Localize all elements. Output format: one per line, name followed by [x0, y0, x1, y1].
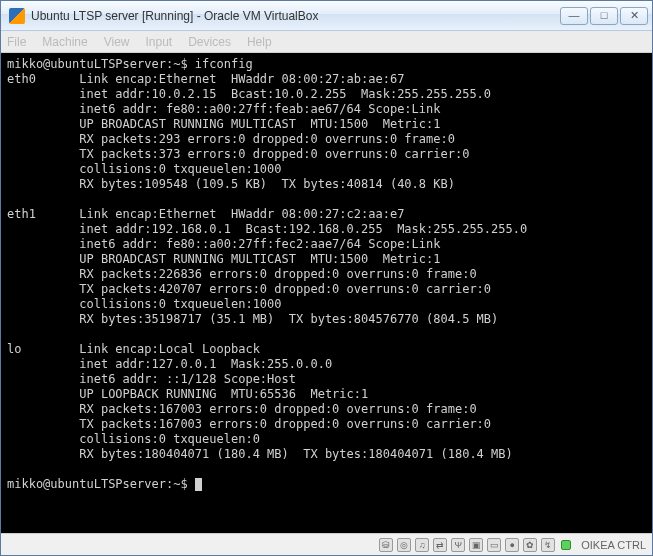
features-icon[interactable]: ✿	[523, 538, 537, 552]
maximize-button[interactable]: □	[590, 7, 618, 25]
menu-machine[interactable]: Machine	[42, 35, 87, 49]
harddisk-icon[interactable]: ⛁	[379, 538, 393, 552]
usb-icon[interactable]: Ψ	[451, 538, 465, 552]
host-key-indicator-icon	[561, 540, 571, 550]
display-icon[interactable]: ▭	[487, 538, 501, 552]
shared-folders-icon[interactable]: ▣	[469, 538, 483, 552]
menubar: File Machine View Input Devices Help	[1, 31, 652, 53]
recording-icon[interactable]: ●	[505, 538, 519, 552]
statusbar: ⛁ ◎ ♫ ⇄ Ψ ▣ ▭ ● ✿ ↯ OIKEA CTRL	[1, 533, 652, 555]
network-icon[interactable]: ⇄	[433, 538, 447, 552]
menu-help[interactable]: Help	[247, 35, 272, 49]
close-button[interactable]: ✕	[620, 7, 648, 25]
window-title: Ubuntu LTSP server [Running] - Oracle VM…	[31, 9, 560, 23]
prompt: mikko@ubuntuLTSPserver:~$	[7, 57, 195, 71]
menu-file[interactable]: File	[7, 35, 26, 49]
window-controls: — □ ✕	[560, 7, 648, 25]
optical-icon[interactable]: ◎	[397, 538, 411, 552]
virtualbox-window: Ubuntu LTSP server [Running] - Oracle VM…	[0, 0, 653, 556]
command-output: eth0 Link encap:Ethernet HWaddr 08:00:27…	[7, 72, 527, 461]
virtualbox-icon	[9, 8, 25, 24]
terminal[interactable]: mikko@ubuntuLTSPserver:~$ ifconfig eth0 …	[1, 53, 652, 533]
command-entered: ifconfig	[195, 57, 253, 71]
audio-icon[interactable]: ♫	[415, 538, 429, 552]
titlebar[interactable]: Ubuntu LTSP server [Running] - Oracle VM…	[1, 1, 652, 31]
menu-devices[interactable]: Devices	[188, 35, 231, 49]
mouse-integration-icon[interactable]: ↯	[541, 538, 555, 552]
menu-view[interactable]: View	[104, 35, 130, 49]
cursor	[195, 478, 202, 491]
prompt: mikko@ubuntuLTSPserver:~$	[7, 477, 195, 491]
host-key-label: OIKEA CTRL	[581, 539, 646, 551]
menu-input[interactable]: Input	[146, 35, 173, 49]
minimize-button[interactable]: —	[560, 7, 588, 25]
